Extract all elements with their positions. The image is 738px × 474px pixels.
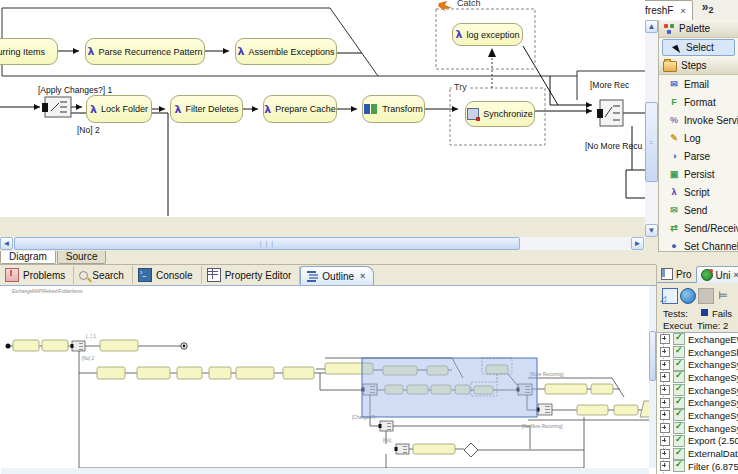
palette-item-send-receive[interactable]: ⇄Send/Receive bbox=[659, 219, 738, 237]
send-receive-icon: ⇄ bbox=[668, 222, 680, 234]
test-tree-row[interactable]: ExchangeSy bbox=[657, 396, 738, 409]
test-tree-row[interactable]: ExchangeSy bbox=[657, 422, 738, 435]
view-tab-property-editor[interactable]: Property Editor bbox=[202, 266, 301, 284]
test-item-label: ExternalDat bbox=[688, 448, 738, 459]
email-icon: ✉ bbox=[668, 78, 680, 90]
palette-item-persist[interactable]: ▣Persist bbox=[659, 165, 738, 183]
palette-item-email[interactable]: ✉Email bbox=[659, 75, 738, 93]
tests-label: Tests: bbox=[663, 308, 688, 319]
expand-plus-icon[interactable] bbox=[660, 436, 670, 446]
test-item-label: ExchangeSy bbox=[688, 385, 738, 396]
outline-vscrollbar[interactable] bbox=[649, 286, 656, 468]
expand-plus-icon[interactable] bbox=[660, 461, 670, 471]
expand-plus-icon[interactable] bbox=[660, 360, 670, 370]
step-box-lock-folder[interactable]: λLock Folder bbox=[86, 95, 152, 123]
palette-item-label: Persist bbox=[684, 169, 715, 180]
canvas-hscrollbar[interactable]: ◄ | | | ► bbox=[0, 237, 645, 250]
run-web-icon[interactable] bbox=[680, 288, 696, 304]
edge-label-3: [No More Recu bbox=[585, 141, 642, 151]
right-panel-tabs: ProUni× bbox=[657, 265, 738, 283]
step-label: Filter Deletes bbox=[185, 104, 238, 114]
minimap-switch bbox=[396, 444, 409, 454]
expand-plus-icon[interactable] bbox=[660, 334, 670, 344]
palette-item-format[interactable]: FFormat bbox=[659, 93, 738, 111]
outline-view[interactable]: ExchangeMAPIRefreshFolderItems[...] 1[No… bbox=[0, 285, 656, 474]
format-icon: F bbox=[668, 96, 680, 108]
test-tree[interactable]: ExchangeEWExchangeShExchangeSyExchangeSy… bbox=[657, 332, 738, 474]
scroll-left-icon[interactable]: ◄ bbox=[0, 237, 13, 250]
canvas-vscrollbar[interactable]: ▲ = ▼ bbox=[645, 20, 658, 237]
expand-plus-icon[interactable] bbox=[660, 385, 670, 395]
palette-item-send[interactable]: ✉Send bbox=[659, 201, 738, 219]
view-tab-outline[interactable]: Outline× bbox=[300, 266, 374, 285]
expand-plus-icon[interactable] bbox=[660, 410, 670, 420]
test-tree-row[interactable]: ExchangeEW bbox=[657, 333, 738, 346]
tab-diagram[interactable]: Diagram bbox=[0, 251, 56, 264]
vscroll-thumb[interactable]: = bbox=[645, 102, 658, 182]
minimap-viewport[interactable] bbox=[362, 358, 537, 417]
expand-plus-icon[interactable] bbox=[660, 372, 670, 382]
panel-tab-label: Pro bbox=[676, 269, 692, 280]
outline-vscroll-thumb[interactable] bbox=[649, 331, 656, 381]
palette-item-script[interactable]: λScript bbox=[659, 183, 738, 201]
panel-tab-uni[interactable]: Uni× bbox=[696, 266, 738, 283]
palette-item-select[interactable]: Select bbox=[662, 39, 735, 56]
apply-changes-switch[interactable] bbox=[42, 97, 71, 117]
palette-steps-header[interactable]: Steps bbox=[659, 57, 738, 75]
test-tree-row[interactable]: ExchangeSh bbox=[657, 346, 738, 359]
minimap-step-box bbox=[413, 444, 455, 454]
test-tree-row[interactable]: ExchangeSy bbox=[657, 358, 738, 371]
scroll-down-icon[interactable]: ▼ bbox=[645, 224, 658, 237]
step-box-parse-recurrence-pattern[interactable]: λParse Recurrence Pattern bbox=[85, 38, 205, 65]
view-tab-console[interactable]: Console bbox=[133, 266, 202, 284]
step-label: Synchronize bbox=[483, 109, 533, 119]
outline-icon bbox=[306, 270, 318, 282]
palette-title: Palette bbox=[679, 23, 710, 34]
close-icon[interactable]: × bbox=[680, 6, 685, 16]
parse-icon: ◑ bbox=[668, 150, 680, 162]
more-recurring-switch[interactable] bbox=[597, 100, 623, 126]
palette-item-invoke-service[interactable]: %Invoke Service bbox=[659, 111, 738, 129]
palette-item-parse[interactable]: ◑Parse bbox=[659, 147, 738, 165]
view-tab-label: Problems bbox=[23, 270, 65, 281]
step-box-curring-items[interactable]: curring Items bbox=[0, 38, 58, 65]
scroll-right-icon[interactable]: ► bbox=[631, 237, 644, 250]
select-region-icon[interactable] bbox=[662, 288, 678, 304]
test-tree-row[interactable]: ExchangeSy bbox=[657, 384, 738, 397]
step-box-assemble-exceptions[interactable]: λAssemble Exceptions bbox=[235, 38, 337, 65]
view-tab-problems[interactable]: Problems bbox=[0, 266, 74, 284]
test-tree-row[interactable]: Filter (6.875 bbox=[657, 460, 738, 473]
lambda-icon: λ bbox=[90, 103, 97, 116]
palette-item-set-channel[interactable]: ●Set Channel bbox=[659, 237, 738, 255]
step-box-prepare-cache[interactable]: λPrepare Cache bbox=[263, 95, 337, 123]
palette-item-log[interactable]: ✎Log bbox=[659, 129, 738, 147]
hscroll-thumb[interactable]: | | | bbox=[14, 237, 520, 250]
scroll-up-icon[interactable]: ▲ bbox=[645, 20, 658, 33]
test-pass-icon bbox=[673, 346, 685, 358]
step-box-log-exception[interactable]: λlog exception bbox=[452, 23, 523, 46]
minimap-connector bbox=[612, 378, 624, 397]
view-tab-search[interactable]: Search bbox=[74, 266, 133, 284]
expand-plus-icon[interactable] bbox=[660, 398, 670, 408]
tab-source[interactable]: Source bbox=[57, 251, 107, 264]
outline-hscrollbar[interactable] bbox=[1, 468, 649, 474]
test-tree-row[interactable]: ExternalDat bbox=[657, 447, 738, 460]
send-icon: ✉ bbox=[668, 204, 680, 216]
step-box-synchronize[interactable]: Synchronize bbox=[465, 101, 535, 127]
close-icon[interactable]: × bbox=[734, 270, 738, 280]
expand-plus-icon[interactable] bbox=[660, 347, 670, 357]
executed-label: Execut bbox=[663, 320, 692, 331]
expand-plus-icon[interactable] bbox=[660, 423, 670, 433]
step-box-filter-deletes[interactable]: λFilter Deletes bbox=[170, 95, 243, 123]
palette-header[interactable]: Palette bbox=[659, 20, 738, 38]
close-icon[interactable]: × bbox=[360, 271, 365, 281]
test-tree-row[interactable]: Export (2.50 bbox=[657, 435, 738, 448]
test-tree-row[interactable]: ExchangeSy bbox=[657, 409, 738, 422]
hierarchy-icon[interactable]: ⊨ bbox=[716, 288, 730, 302]
diagram-canvas[interactable]: Catch Try curring ItemsλParse Recurrence… bbox=[0, 0, 645, 217]
panel-tab-pro[interactable]: Pro bbox=[657, 266, 696, 282]
test-tree-row[interactable]: ExchangeSy bbox=[657, 371, 738, 384]
tab-overflow-chevron[interactable]: »2 bbox=[702, 0, 714, 15]
step-box-transform[interactable]: Transform bbox=[362, 95, 425, 123]
expand-plus-icon[interactable] bbox=[660, 449, 670, 459]
